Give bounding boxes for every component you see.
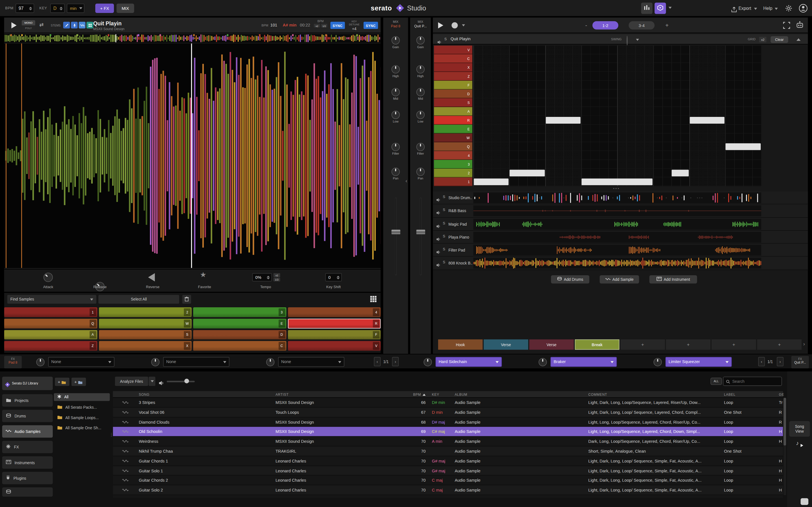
solo-button[interactable]: S xyxy=(443,234,445,238)
column-header-artist[interactable]: ARTIST xyxy=(275,393,392,396)
sample-pad-W[interactable]: W xyxy=(99,319,192,328)
settings-gear-icon[interactable] xyxy=(785,5,792,14)
track-waveform[interactable] xyxy=(473,206,761,217)
table-row[interactable]: Guitar Chords 1Leonard Charles70G# majAu… xyxy=(113,456,783,466)
stems-vocal-icon[interactable] xyxy=(71,22,78,29)
bpm-half-button[interactable]: 1/2 xyxy=(321,24,327,27)
select-all-button[interactable]: Select All xyxy=(98,295,179,304)
piano-key-E[interactable]: E xyxy=(434,125,472,133)
panel-toggle-chevron-icon[interactable] xyxy=(668,7,672,9)
crate-item[interactable]: All Serato Packs... xyxy=(54,404,110,411)
song-play-button[interactable] xyxy=(438,22,443,29)
fx-select[interactable]: Hard Sidechain xyxy=(436,357,502,367)
global-key-stepper[interactable]: D xyxy=(50,4,64,13)
piano-key-F[interactable]: F xyxy=(434,81,472,90)
global-bpm-stepper[interactable]: 97 xyxy=(15,4,34,13)
mixer-knob-mid[interactable] xyxy=(392,88,400,96)
music-note-icon[interactable]: ♪ xyxy=(796,440,799,446)
sidebar-item-instruments[interactable]: Instruments xyxy=(2,456,53,469)
pad-grid-view-icon[interactable] xyxy=(370,295,377,305)
bpm-x2-button[interactable]: x2 xyxy=(314,24,320,27)
table-row-partial[interactable] xyxy=(113,495,783,498)
track-overview-strip[interactable] xyxy=(4,34,380,42)
piano-key-D[interactable]: D xyxy=(434,90,472,98)
column-header-label[interactable]: LABEL xyxy=(724,393,774,396)
tempo-x2-button[interactable]: x2 xyxy=(273,273,280,277)
fx-select[interactable]: None xyxy=(163,357,230,367)
crate-item[interactable]: All Sample One Sh... xyxy=(54,424,110,432)
section-break[interactable]: Break xyxy=(575,339,619,350)
sample-pad-3[interactable]: 3 xyxy=(193,307,286,317)
help-button[interactable]: Help xyxy=(763,6,772,11)
table-row[interactable]: Guitar Solo 1Leonard Charles70G# majAudi… xyxy=(113,466,783,476)
track-waveform[interactable] xyxy=(473,192,761,203)
track-waveform[interactable] xyxy=(473,258,761,269)
add-sample-button[interactable]: Add Sample xyxy=(600,275,639,283)
piano-key-Q[interactable]: Q xyxy=(434,142,472,151)
sidebar-item-projects[interactable]: Projects xyxy=(2,394,53,407)
collapse-pattern-chevron-up-icon[interactable] xyxy=(797,38,801,41)
library-home-button[interactable]: Serato DJ Library xyxy=(2,377,53,390)
column-header-key[interactable]: KEY xyxy=(432,393,455,396)
track-waveform[interactable] xyxy=(473,219,761,230)
sample-pad-E[interactable]: E xyxy=(193,319,286,328)
analyze-options-button[interactable] xyxy=(149,377,155,386)
mute-speaker-icon[interactable] xyxy=(436,195,441,204)
find-samples-dropdown[interactable]: Find Samples xyxy=(7,295,96,304)
sample-pad-Q[interactable]: Q xyxy=(4,319,97,328)
table-scrollbar-thumb[interactable] xyxy=(783,398,786,445)
section-verse[interactable]: Verse xyxy=(529,339,574,350)
add-drums-button[interactable]: Add Drums xyxy=(551,275,589,283)
mono-button[interactable]: MONO xyxy=(22,20,35,25)
bars-range-3-4[interactable]: 3-4 xyxy=(629,21,655,29)
midi-note[interactable] xyxy=(672,170,689,176)
solo-button[interactable]: S xyxy=(444,37,447,41)
fx-knob[interactable] xyxy=(423,358,432,366)
table-row[interactable]: Vocal Shot 06Touch Loops67D minAudio Sam… xyxy=(113,407,783,417)
sample-pad-S[interactable]: S xyxy=(99,330,192,339)
fx-knob[interactable] xyxy=(654,358,662,366)
fx-knob[interactable] xyxy=(539,358,547,366)
preview-speaker-icon[interactable] xyxy=(158,379,164,388)
piano-grid[interactable] xyxy=(473,46,761,186)
export-chevron-icon[interactable] xyxy=(754,8,757,10)
zoom-in-button[interactable]: + xyxy=(663,21,671,29)
sample-pad-R[interactable]: R xyxy=(288,319,380,328)
sample-pad-4[interactable]: 4 xyxy=(288,307,380,317)
section-verse[interactable]: Verse xyxy=(484,339,528,350)
sample-pad-2[interactable]: 2 xyxy=(99,307,192,317)
tempo-stepper[interactable]: 0% xyxy=(252,273,272,281)
deck-play-button[interactable] xyxy=(11,22,16,29)
bpm-sync-button[interactable]: SYNC xyxy=(331,22,345,29)
stems-edit-icon[interactable] xyxy=(63,22,70,29)
piano-key-X[interactable]: X xyxy=(434,63,472,72)
sidebar-item-fx[interactable]: FX xyxy=(2,441,53,453)
add-instrument-button[interactable]: Add Instrument xyxy=(649,275,697,283)
column-header-song[interactable]: SONG xyxy=(139,393,268,396)
assistant-robot-icon[interactable] xyxy=(795,20,804,32)
track-waveform[interactable] xyxy=(473,245,761,256)
mute-speaker-icon[interactable] xyxy=(436,221,441,230)
section-hook[interactable]: Hook xyxy=(438,339,483,350)
table-row[interactable]: WeirdnessMSXII Sound Design70A minAudio … xyxy=(113,437,783,447)
stems-melody-icon[interactable] xyxy=(79,22,86,29)
add-crate-button[interactable]: + xyxy=(55,378,69,386)
grid-x2-button[interactable]: x2 xyxy=(759,37,767,42)
stems-drums-icon[interactable] xyxy=(87,22,93,29)
sidebar-item-partial[interactable] xyxy=(2,487,53,497)
track-row[interactable]: SR&B Bass xyxy=(433,205,808,217)
mute-speaker-icon[interactable] xyxy=(437,37,442,47)
piano-key-A[interactable]: A xyxy=(434,107,472,116)
mixer-knob-gain[interactable] xyxy=(416,36,424,45)
song-view-button[interactable]: Song View xyxy=(789,421,810,437)
crate-item[interactable]: All xyxy=(54,393,110,401)
piano-key-Z[interactable]: Z xyxy=(434,72,472,80)
bpm-stepper-arrows-icon[interactable] xyxy=(29,6,32,10)
midi-note[interactable] xyxy=(474,179,509,185)
sample-pad-F[interactable]: F xyxy=(288,330,380,339)
add-smart-crate-button[interactable]: + xyxy=(71,378,86,386)
track-waveform[interactable] xyxy=(473,232,761,243)
mixer-knob-pan[interactable] xyxy=(392,168,400,176)
column-header-bpm[interactable]: BPM xyxy=(393,393,426,396)
midi-note[interactable] xyxy=(546,117,580,124)
